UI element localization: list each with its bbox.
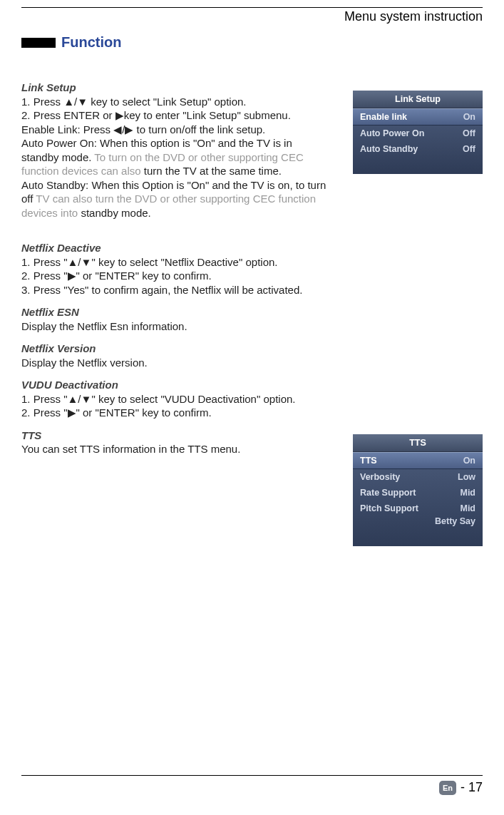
osd-row-value: Mid	[460, 488, 475, 498]
right-arrow-icon: ▶	[68, 406, 76, 419]
osd-row-label: Pitch Support	[360, 503, 418, 513]
osd-row[interactable]: VerbosityLow	[353, 469, 483, 485]
section-bar-decoration	[21, 38, 56, 48]
body-text: key to enter "Link Setup" submenu.	[124, 109, 291, 121]
chapter-title: Menu system instruction	[21, 9, 483, 24]
osd-row-label: Rate Support	[360, 488, 416, 498]
osd-row-value: On	[463, 112, 475, 122]
osd-row-label: Enable link	[360, 112, 407, 122]
body-text: Enable Link: Press	[21, 123, 113, 135]
left-right-arrow-icon: ◀/▶	[113, 123, 133, 135]
tts-heading: TTS	[21, 429, 41, 441]
osd-panel-tts: TTS TTSOnVerbosityLowRate SupportMidPitc…	[353, 434, 483, 546]
body-text: " or "ENTER" key to confirm.	[76, 406, 212, 419]
body-text: standby mode.	[81, 207, 150, 219]
osd-row-value: Off	[463, 128, 475, 138]
osd-row[interactable]: Auto StandbyOff	[353, 141, 483, 157]
vudu-heading: VUDU Deactivation	[21, 379, 118, 391]
language-badge: En	[439, 781, 456, 795]
body-text: 2. Press ENTER or	[21, 109, 115, 121]
osd-row[interactable]: Rate SupportMid	[353, 485, 483, 501]
osd-row-label: Auto Power On	[360, 128, 424, 138]
right-arrow-icon: ▶	[115, 109, 124, 121]
osd-row[interactable]: Auto Power OnOff	[353, 125, 483, 141]
osd-row-value: Mid	[460, 503, 475, 513]
osd-row[interactable]: Enable linkOn	[353, 108, 483, 125]
body-text: " key to select "VUDU Deactivation" opti…	[91, 393, 295, 405]
body-text: 1. Press	[21, 96, 63, 108]
body-text: 2. Press "	[21, 270, 68, 282]
link-setup-heading: Link Setup	[21, 81, 76, 93]
right-arrow-icon: ▶	[68, 270, 76, 282]
body-text: 3. Press "Yes" to confirm again, the Net…	[21, 284, 302, 296]
body-text: turn the TV at the same time.	[144, 165, 282, 177]
netflix-esn-heading: Netflix ESN	[21, 306, 79, 318]
body-text: You can set TTS information in the TTS m…	[21, 443, 240, 455]
body-text: to turn on/off the link setup.	[133, 123, 265, 135]
osd-row-label: TTS	[360, 456, 377, 466]
osd-row[interactable]: Pitch SupportMid	[353, 501, 483, 516]
osd-extra-text: Betty Say	[353, 516, 483, 529]
body-text: 1. Press "	[21, 256, 68, 268]
osd-row[interactable]: TTSOn	[353, 452, 483, 469]
body-text: key to select "Link Setup" option.	[88, 96, 246, 108]
body-text: " key to select "Netflix Deactive" optio…	[91, 256, 277, 268]
up-down-arrow-icon: ▲/▼	[68, 256, 92, 268]
body-text: 1. Press "	[21, 393, 68, 405]
up-down-arrow-icon: ▲/▼	[68, 393, 92, 405]
osd-title: Link Setup	[353, 91, 483, 108]
faded-text: TV can also turn the DVD or other suppor…	[21, 193, 316, 219]
up-down-arrow-icon: ▲/▼	[63, 96, 88, 108]
netflix-deactive-heading: Netflix Deactive	[21, 242, 101, 254]
osd-title: TTS	[353, 434, 483, 452]
netflix-version-heading: Netflix Version	[21, 342, 96, 354]
page-number: - 17	[461, 780, 483, 795]
osd-row-label: Auto Standby	[360, 144, 418, 154]
body-text: Display the Netflix version.	[21, 357, 148, 369]
osd-row-label: Verbosity	[360, 472, 400, 482]
osd-row-value: Off	[463, 144, 475, 154]
section-title: Function	[61, 34, 121, 51]
body-text: 2. Press "	[21, 406, 68, 419]
osd-panel-link-setup: Link Setup Enable linkOnAuto Power OnOff…	[353, 91, 483, 174]
body-text: " or "ENTER" key to confirm.	[76, 270, 212, 282]
osd-row-value: Low	[458, 472, 475, 482]
osd-row-value: On	[463, 456, 475, 466]
body-text: Display the Netflix Esn information.	[21, 320, 187, 332]
